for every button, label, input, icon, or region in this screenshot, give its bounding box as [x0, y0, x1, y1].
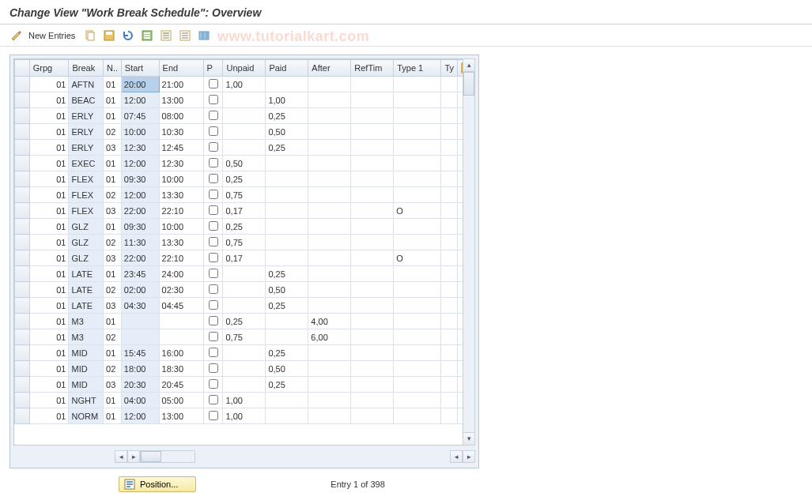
cell-type1[interactable]	[394, 266, 441, 282]
cell-grpg[interactable]: 01	[29, 282, 69, 298]
table-row[interactable]: 01LATE0304:3004:450,25	[15, 298, 474, 314]
cell-start[interactable]: 12:30	[121, 140, 159, 156]
cell-reftim[interactable]	[351, 408, 394, 424]
row-selector[interactable]	[15, 235, 30, 250]
cell-start[interactable]: 23:45	[121, 266, 159, 282]
cell-start[interactable]: 09:30	[121, 219, 159, 235]
p-checkbox[interactable]	[209, 126, 218, 136]
cell-after[interactable]	[308, 361, 351, 377]
cell-reftim[interactable]	[351, 235, 394, 250]
cell-start[interactable]: 02:00	[121, 282, 159, 298]
cell-end[interactable]: 20:45	[159, 377, 203, 393]
cell-type1[interactable]	[394, 156, 441, 171]
p-checkbox[interactable]	[209, 411, 218, 420]
cell-end[interactable]: 04:45	[159, 298, 203, 314]
cell-paid[interactable]	[266, 314, 308, 329]
cell-break[interactable]: MID	[69, 377, 104, 393]
cell-type2[interactable]	[441, 77, 458, 92]
row-selector[interactable]	[15, 329, 30, 345]
hscroll-track[interactable]	[140, 450, 195, 463]
cell-paid[interactable]: 0,25	[266, 345, 308, 361]
cell-n[interactable]: 03	[104, 298, 122, 314]
cell-break[interactable]: BEAC	[69, 92, 104, 108]
table-row[interactable]: 01GLZ0322:0022:100,17O	[15, 250, 474, 266]
table-row[interactable]: 01FLEX0322:0022:100,17O	[15, 203, 474, 219]
cell-reftim[interactable]	[351, 282, 394, 298]
cell-p[interactable]	[203, 266, 223, 282]
cell-type2[interactable]	[441, 108, 458, 124]
cell-break[interactable]: LATE	[69, 298, 104, 314]
cell-after[interactable]: 6,00	[308, 329, 351, 345]
cell-unpaid[interactable]	[223, 345, 266, 361]
cell-end[interactable]: 10:30	[159, 124, 203, 140]
cell-type2[interactable]	[441, 219, 458, 235]
p-checkbox[interactable]	[209, 316, 218, 325]
cell-after[interactable]	[308, 393, 351, 408]
row-selector[interactable]	[15, 171, 30, 187]
cell-type1[interactable]	[394, 108, 441, 124]
cell-type2[interactable]	[441, 329, 458, 345]
cell-after[interactable]	[308, 345, 351, 361]
cell-end[interactable]: 13:30	[159, 187, 203, 203]
cell-unpaid[interactable]: 0,25	[223, 314, 266, 329]
cell-p[interactable]	[203, 282, 223, 298]
table-row[interactable]: 01MID0115:4516:000,25	[15, 345, 474, 361]
scroll-down-icon[interactable]: ▾	[463, 432, 474, 445]
cell-unpaid[interactable]: 1,00	[223, 393, 266, 408]
table-row[interactable]: 01GLZ0211:3013:300,75	[15, 235, 474, 250]
cell-grpg[interactable]: 01	[29, 92, 69, 108]
cell-unpaid[interactable]: 1,00	[223, 408, 266, 424]
row-selector[interactable]	[15, 314, 30, 329]
cell-after[interactable]	[308, 187, 351, 203]
header-n[interactable]: N..	[104, 60, 122, 77]
cell-p[interactable]	[203, 345, 223, 361]
cell-start[interactable]: 20:30	[121, 377, 159, 393]
cell-type1[interactable]	[394, 77, 441, 92]
cell-end[interactable]	[159, 329, 203, 345]
p-checkbox[interactable]	[209, 111, 218, 120]
cell-paid[interactable]	[266, 77, 308, 92]
cell-n[interactable]: 02	[104, 282, 122, 298]
cell-break[interactable]: GLZ	[69, 219, 104, 235]
cell-n[interactable]: 03	[104, 377, 122, 393]
cell-p[interactable]	[203, 92, 223, 108]
cell-grpg[interactable]: 01	[29, 408, 69, 424]
row-selector[interactable]	[15, 408, 30, 424]
cell-p[interactable]	[203, 171, 223, 187]
cell-type2[interactable]	[441, 203, 458, 219]
cell-break[interactable]: LATE	[69, 266, 104, 282]
cell-grpg[interactable]: 01	[29, 187, 69, 203]
cell-type2[interactable]	[441, 171, 458, 187]
cell-type2[interactable]	[441, 361, 458, 377]
cell-end[interactable]: 02:30	[159, 282, 203, 298]
cell-grpg[interactable]: 01	[29, 203, 69, 219]
cell-end[interactable]: 12:30	[159, 156, 203, 171]
cell-type1[interactable]	[394, 282, 441, 298]
cell-paid[interactable]	[266, 171, 308, 187]
scroll-up-icon[interactable]: ▴	[463, 59, 474, 72]
cell-p[interactable]	[203, 329, 223, 345]
cell-unpaid[interactable]	[223, 361, 266, 377]
cell-paid[interactable]: 1,00	[266, 92, 308, 108]
cell-paid[interactable]	[266, 219, 308, 235]
cell-break[interactable]: NORM	[69, 408, 104, 424]
cell-grpg[interactable]: 01	[29, 298, 69, 314]
cell-paid[interactable]: 0,25	[266, 377, 308, 393]
cell-unpaid[interactable]	[223, 108, 266, 124]
cell-start[interactable]: 15:45	[121, 345, 159, 361]
cell-n[interactable]: 01	[104, 314, 122, 329]
cell-start[interactable]: 04:00	[121, 393, 159, 408]
table-row[interactable]: 01M3020,756,00	[15, 329, 474, 345]
cell-reftim[interactable]	[351, 203, 394, 219]
header-type1[interactable]: Type 1	[394, 60, 441, 77]
header-after[interactable]: After	[308, 60, 351, 77]
cell-n[interactable]: 01	[104, 92, 122, 108]
p-checkbox[interactable]	[209, 300, 218, 310]
cell-reftim[interactable]	[351, 393, 394, 408]
deselect-icon[interactable]	[178, 28, 192, 43]
cell-after[interactable]	[308, 219, 351, 235]
cell-type2[interactable]	[441, 314, 458, 329]
select-all-icon[interactable]	[140, 28, 154, 43]
cell-p[interactable]	[203, 377, 223, 393]
table-row[interactable]: 01NGHT0104:0005:001,00	[15, 393, 474, 408]
